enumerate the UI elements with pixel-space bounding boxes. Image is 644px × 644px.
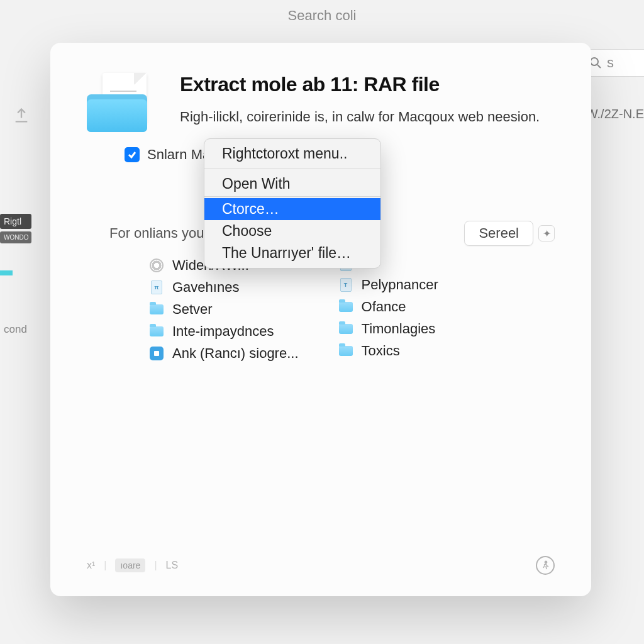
dialog-subtitle: Righ-ilickl, coirerinide is, in calw for… xyxy=(180,106,555,127)
search-right-text: s xyxy=(607,55,614,71)
top-search-placeholder[interactable]: Search coli xyxy=(0,8,644,24)
left-panel-rightl[interactable]: Rigtl xyxy=(0,214,31,229)
context-menu: Rightctoroxt menu.. Open With Ctorce… Ch… xyxy=(204,138,381,269)
context-menu-item-open-with[interactable]: Open With xyxy=(204,173,380,195)
file-item[interactable]: Setver xyxy=(150,301,299,318)
dialog-title: Extract mole ab 11: RAR file xyxy=(180,73,555,96)
context-menu-item-unarriver[interactable]: The Unarrıyer' file… xyxy=(204,242,380,264)
folder-icon xyxy=(339,300,353,314)
wand-icon[interactable]: ✦ xyxy=(538,225,555,242)
dialog-window: Extract mole ab 11: RAR file Righ-ilickl… xyxy=(50,43,591,596)
sereel-button[interactable]: Sereel xyxy=(464,221,533,246)
gear-icon xyxy=(150,258,164,272)
file-label: Ank (Rancı) siogre... xyxy=(172,345,299,362)
file-item[interactable]: πGavehınes xyxy=(150,279,299,296)
svg-point-0 xyxy=(591,58,598,65)
footer-chip[interactable]: ıoare xyxy=(115,558,145,572)
file-item[interactable]: Toxics xyxy=(339,343,438,359)
file-item[interactable]: Ank (Rancı) siogre... xyxy=(150,345,299,362)
app-icon xyxy=(150,347,164,360)
context-menu-item-choose[interactable]: Choose xyxy=(204,220,380,242)
left-cond-label: cond xyxy=(0,319,31,340)
folder-document-icon xyxy=(87,73,150,133)
file-list-right: TPelypnancer Ofance Timonlagies Toxics xyxy=(339,257,438,362)
dialog-footer: x¹ | ıoare | LS xyxy=(87,556,555,575)
left-panel-wondo[interactable]: WONDO xyxy=(0,231,31,243)
search-icon xyxy=(589,57,602,69)
file-label: Setver xyxy=(172,301,213,318)
file-item[interactable]: Timonlagies xyxy=(339,321,438,337)
folder-icon xyxy=(150,325,164,338)
context-menu-item[interactable]: Rightctoroxt menu.. xyxy=(204,143,380,165)
file-item[interactable]: Ofance xyxy=(339,299,438,315)
context-menu-separator xyxy=(204,169,380,169)
context-menu-separator xyxy=(204,196,380,197)
context-menu-item-highlighted[interactable]: Ctorce… xyxy=(204,198,380,220)
svg-rect-2 xyxy=(154,351,159,356)
svg-line-1 xyxy=(597,65,601,68)
file-label: Toxics xyxy=(362,343,400,359)
doc-icon: π xyxy=(150,280,164,294)
sidebar-accent xyxy=(0,270,13,275)
file-item[interactable]: TPelypnancer xyxy=(339,277,438,293)
right-edge-text: W./2Z-N.E xyxy=(586,107,644,121)
doc-icon: T xyxy=(339,278,353,292)
file-label: Ofance xyxy=(362,299,406,315)
footer-ls[interactable]: LS xyxy=(166,560,179,571)
folder-icon xyxy=(339,322,353,336)
file-list-left: Widen/RW... πGavehınes Setver Inte-impay… xyxy=(150,257,299,362)
file-label: Pelypnancer xyxy=(362,277,438,293)
footer-x-icon[interactable]: x¹ xyxy=(87,560,95,571)
folder-icon xyxy=(150,303,164,316)
file-label: Gavehınes xyxy=(172,279,239,296)
folder-icon xyxy=(339,344,353,358)
file-label: Inte-impaydnces xyxy=(172,323,274,340)
file-label: Timonlagies xyxy=(362,321,436,337)
person-run-icon[interactable] xyxy=(536,556,555,575)
snlarn-checkbox[interactable] xyxy=(125,147,140,162)
svg-point-3 xyxy=(545,561,547,563)
file-item[interactable]: Inte-impaydnces xyxy=(150,323,299,340)
